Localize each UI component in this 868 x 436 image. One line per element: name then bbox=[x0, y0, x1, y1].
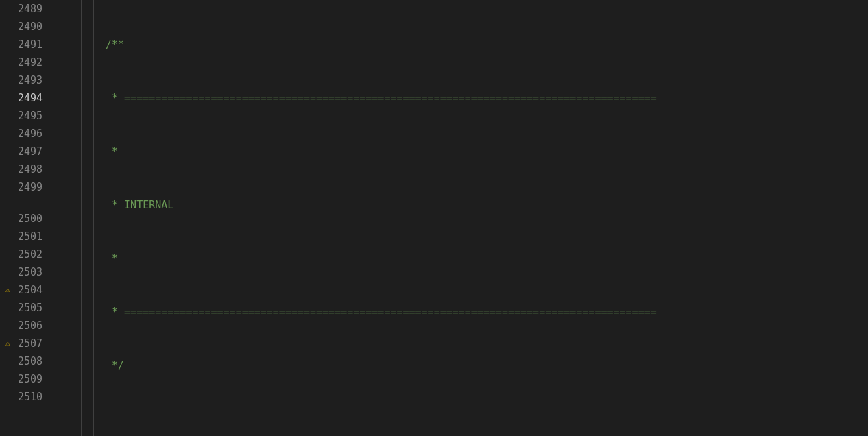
comment: * INTERNAL bbox=[106, 196, 173, 214]
comment: */ bbox=[106, 356, 124, 374]
indent-guides bbox=[69, 0, 106, 436]
codelens-gutter bbox=[0, 196, 43, 210]
line-number: 2499 bbox=[0, 178, 43, 196]
line-number: 2493 bbox=[0, 71, 43, 89]
line-number: 2496 bbox=[0, 125, 43, 143]
line-number: 2490 bbox=[0, 18, 43, 36]
comment: * bbox=[106, 143, 118, 160]
line-number: 2505 bbox=[0, 299, 43, 317]
line-number: 2503 bbox=[0, 263, 43, 281]
line-number-gutter: 2489 2490 2491 2492 2493 2494 2495 2496 … bbox=[0, 0, 55, 436]
line-number: 2498 bbox=[0, 160, 43, 178]
line-number-warning: 2504 bbox=[0, 281, 43, 299]
line-number: 2508 bbox=[0, 352, 43, 370]
line-number: 2506 bbox=[0, 317, 43, 335]
comment: * ======================================… bbox=[106, 89, 657, 107]
line-number: 2501 bbox=[0, 228, 43, 245]
line-number: 2495 bbox=[0, 107, 43, 125]
line-number: 2497 bbox=[0, 143, 43, 160]
comment: /** bbox=[106, 36, 124, 53]
code-editor[interactable]: 2489 2490 2491 2492 2493 2494 2495 2496 … bbox=[0, 0, 868, 436]
line-number-current: 2494 bbox=[0, 89, 43, 107]
line-number: 2509 bbox=[0, 370, 43, 388]
line-number: 2500 bbox=[0, 210, 43, 228]
line-number: 2502 bbox=[0, 245, 43, 263]
code-content[interactable]: /** * ==================================… bbox=[106, 0, 868, 436]
line-number: 2491 bbox=[0, 36, 43, 53]
comment: * bbox=[106, 250, 118, 267]
line-number-warning: 2507 bbox=[0, 335, 43, 352]
fold-column bbox=[55, 0, 69, 436]
line-number: 2489 bbox=[0, 0, 43, 18]
line-number: 2510 bbox=[0, 388, 43, 406]
comment: * ======================================… bbox=[106, 303, 657, 321]
line-number: 2492 bbox=[0, 53, 43, 71]
